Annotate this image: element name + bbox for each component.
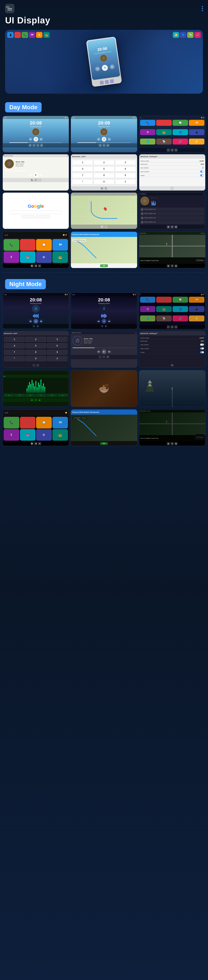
google-search-btn[interactable]: Google Search xyxy=(21,215,35,218)
google-lucky-btn[interactable]: I'm Feeling Lucky xyxy=(36,215,50,218)
apps-nav-2[interactable]: ○ xyxy=(171,149,173,151)
apps-nav-3[interactable]: □ xyxy=(175,149,177,151)
night-app-9[interactable]: 🌐 xyxy=(140,315,156,321)
night-bt-auto-conn-toggle[interactable] xyxy=(200,347,204,350)
night-app-8[interactable]: 📱 xyxy=(189,306,204,312)
night-call-close[interactable]: ✕ xyxy=(16,332,17,334)
app-icon-extra[interactable]: 📱 xyxy=(189,129,204,135)
cp-app-maps[interactable]: 🗺 xyxy=(52,239,68,251)
call-key-6[interactable]: 6 xyxy=(115,166,136,171)
night-bt-next[interactable]: ⏭ xyxy=(108,350,111,353)
night-app-6[interactable]: 📻 xyxy=(156,306,172,312)
app-icon-extra2[interactable]: 🌐 xyxy=(140,138,156,145)
night-key-8[interactable]: 8 xyxy=(25,350,46,355)
night-nav-1[interactable]: S xyxy=(33,325,35,328)
night-app-3[interactable]: 💬 xyxy=(173,297,188,303)
bottom-icon-stml[interactable]: S xyxy=(28,144,32,147)
night-cp-phone[interactable]: 📞 xyxy=(4,417,19,428)
night-app-4[interactable]: 🗺 xyxy=(189,297,204,303)
night-app-12[interactable]: ⭐ xyxy=(189,315,204,321)
map-nav-1[interactable]: 🗺 xyxy=(101,225,104,228)
wave-slider-4[interactable]: 1K xyxy=(36,394,46,397)
bt-auto-answer-toggle[interactable] xyxy=(200,167,204,169)
night-nav-nav-3[interactable]: ⏭ xyxy=(175,442,177,445)
night-bt-nav-2[interactable]: 🎵 xyxy=(102,355,106,358)
bottom-icon-2-2[interactable]: + xyxy=(102,144,106,147)
night-app-11[interactable]: 🔊 xyxy=(173,315,188,321)
bottom-icon-2-1[interactable]: S xyxy=(99,144,102,147)
night-key-3[interactable]: 3 xyxy=(47,337,68,342)
hero-next-btn[interactable]: ⏭ xyxy=(110,64,115,69)
play-btn-2[interactable]: ⏸ xyxy=(102,137,106,142)
bt-auto-connect-toggle[interactable] xyxy=(200,170,204,173)
night-nav-nav-2[interactable]: ⏸ xyxy=(171,442,173,445)
wave-slider-3[interactable]: 400 xyxy=(25,394,36,397)
night-key-9[interactable]: 9 xyxy=(47,350,68,355)
nav-nav-1[interactable]: ⏮ xyxy=(167,264,170,267)
bt-music-nav-2[interactable]: 🎵 xyxy=(35,178,37,181)
night-key-star[interactable]: * xyxy=(4,356,25,361)
night-cp-podcast[interactable]: 🎙 xyxy=(4,429,19,441)
night-cp-music[interactable]: 🎵 xyxy=(20,417,36,428)
night-app-7[interactable]: 🔵 xyxy=(173,306,188,312)
bt-music-nav-1[interactable]: 📞 xyxy=(31,178,33,181)
night-cp-books[interactable]: 📚 xyxy=(20,429,36,441)
night-app-1[interactable]: 📞 xyxy=(140,297,156,303)
cp-app-radio[interactable]: 📻 xyxy=(52,251,68,263)
call-key-2[interactable]: 2 xyxy=(94,160,114,165)
menu-dots-icon[interactable] xyxy=(202,6,203,11)
night-apps-nav-3[interactable]: □ xyxy=(175,325,177,328)
call-key-1[interactable]: 1 xyxy=(72,160,93,165)
call-key-hash[interactable]: # xyxy=(115,179,136,185)
wave-slider-5[interactable]: 2.4K xyxy=(47,394,57,397)
call-key-0[interactable]: 0 xyxy=(94,179,114,185)
night-app-2[interactable]: 🎵 xyxy=(156,297,172,303)
cp-app-phone[interactable]: 📞 xyxy=(4,239,19,251)
apps-nav-1[interactable]: ← xyxy=(167,149,170,151)
night-bt-play[interactable]: ▶ xyxy=(102,349,106,354)
call-key-9[interactable]: 9 xyxy=(115,173,136,178)
lm-item-2[interactable]: 华乐_032_练习.mp3 xyxy=(140,212,204,216)
nav-nav-3[interactable]: ⏭ xyxy=(175,264,177,267)
bt-call-close[interactable]: ✕ xyxy=(84,156,86,158)
night-key-hash[interactable]: # xyxy=(47,356,68,361)
night-cp-nav-1[interactable]: 🏠 xyxy=(31,442,33,445)
bottom-icon-o[interactable]: ○ xyxy=(36,144,39,147)
google-search-bar[interactable] xyxy=(9,210,62,214)
night-play-2[interactable]: ⏸ xyxy=(102,319,106,323)
night-key-4[interactable]: 4 xyxy=(4,343,25,348)
night-next-2[interactable]: ⏭ xyxy=(108,320,111,323)
hero-play-btn[interactable]: ⏸ xyxy=(101,64,108,71)
bt-settings-nav-1[interactable]: ⚙ xyxy=(171,187,173,190)
app-icon-extra4[interactable]: 🔊 xyxy=(173,138,188,145)
wave-slider-2[interactable]: 150 xyxy=(14,394,25,397)
night-bt-settings-nav[interactable]: ⚙ xyxy=(171,364,173,367)
nav-nav-2[interactable]: ⏸ xyxy=(171,264,173,267)
night-bt-auto-ans-toggle[interactable] xyxy=(200,344,204,346)
night-cp-maps[interactable]: 🗺 xyxy=(52,417,68,428)
hero-prev-btn[interactable]: ⏮ xyxy=(95,66,100,72)
cp-app-settings[interactable]: ⚙ xyxy=(36,251,52,263)
app-icon-messages[interactable]: 💬 xyxy=(173,120,188,126)
bt-settings-close[interactable]: ✕ xyxy=(156,156,158,158)
cp-nav-2[interactable]: ◀ xyxy=(35,264,37,267)
night-nav-2-1[interactable]: S xyxy=(101,325,104,328)
play-btn-1[interactable]: ⏸ xyxy=(33,137,38,142)
call-key-5[interactable]: 5 xyxy=(94,166,114,171)
bt-next-btn[interactable]: ⏭ xyxy=(39,173,43,177)
next-btn-2[interactable]: ⏭ xyxy=(108,137,111,141)
night-bt-music-close[interactable]: ✕ xyxy=(135,332,136,334)
lm-nav-3[interactable]: ⏭ xyxy=(175,226,177,228)
call-nav-2[interactable]: 🎵 xyxy=(104,187,107,190)
night-bt-nav-1[interactable]: 📞 xyxy=(99,355,102,358)
hamburger-menu-icon[interactable] xyxy=(5,4,14,13)
app-icon-extra5[interactable]: ⭐ xyxy=(189,138,204,145)
night-prev-1[interactable]: ⏮ xyxy=(29,320,32,323)
night-cp-nav-3[interactable]: 🔊 xyxy=(38,442,41,445)
night-cp-nav-2[interactable]: ◀ xyxy=(35,442,37,445)
night-prev-2[interactable]: ⏮ xyxy=(97,320,100,323)
night-key-0[interactable]: 0 xyxy=(25,356,46,361)
night-bt-nav-3[interactable]: ⚙ xyxy=(106,355,109,358)
lm-item-3[interactable]: 华乐_033_练习.mp3 xyxy=(140,216,204,220)
night-key-2[interactable]: 2 xyxy=(25,337,46,342)
